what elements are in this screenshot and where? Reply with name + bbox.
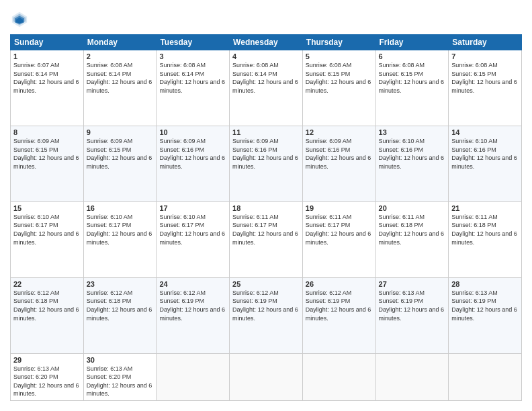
day-number: 11 bbox=[232, 128, 300, 136]
logo bbox=[10, 10, 32, 29]
calendar-cell bbox=[449, 353, 522, 400]
calendar-cell: 15 Sunrise: 6:10 AM Sunset: 6:17 PM Dayl… bbox=[11, 201, 84, 277]
day-info: Sunrise: 6:07 AM Sunset: 6:14 PM Dayligh… bbox=[13, 61, 81, 95]
calendar-header-thursday: Thursday bbox=[302, 35, 375, 50]
calendar-cell: 25 Sunrise: 6:12 AM Sunset: 6:19 PM Dayl… bbox=[230, 277, 303, 353]
day-number: 2 bbox=[87, 52, 154, 60]
calendar-header-tuesday: Tuesday bbox=[157, 35, 230, 50]
calendar-cell: 19 Sunrise: 6:11 AM Sunset: 6:17 PM Dayl… bbox=[302, 201, 375, 277]
calendar-cell: 4 Sunrise: 6:08 AM Sunset: 6:14 PM Dayli… bbox=[230, 50, 303, 126]
day-info: Sunrise: 6:12 AM Sunset: 6:19 PM Dayligh… bbox=[159, 289, 226, 322]
calendar-cell: 11 Sunrise: 6:09 AM Sunset: 6:16 PM Dayl… bbox=[230, 126, 303, 201]
day-number: 9 bbox=[87, 128, 154, 136]
day-number: 25 bbox=[232, 280, 300, 288]
day-number: 20 bbox=[379, 204, 446, 212]
day-info: Sunrise: 6:08 AM Sunset: 6:15 PM Dayligh… bbox=[379, 61, 446, 95]
calendar-cell bbox=[302, 353, 375, 400]
calendar-cell: 12 Sunrise: 6:09 AM Sunset: 6:16 PM Dayl… bbox=[302, 126, 375, 201]
day-number: 7 bbox=[451, 52, 519, 60]
day-number: 22 bbox=[13, 280, 81, 288]
day-number: 10 bbox=[159, 128, 226, 136]
day-number: 5 bbox=[306, 52, 373, 60]
calendar-cell: 10 Sunrise: 6:09 AM Sunset: 6:16 PM Dayl… bbox=[157, 126, 230, 201]
calendar-header-wednesday: Wednesday bbox=[230, 35, 303, 50]
calendar-cell: 14 Sunrise: 6:10 AM Sunset: 6:16 PM Dayl… bbox=[449, 126, 522, 201]
calendar-cell: 21 Sunrise: 6:11 AM Sunset: 6:18 PM Dayl… bbox=[449, 201, 522, 277]
day-number: 15 bbox=[13, 204, 81, 212]
logo-icon bbox=[10, 10, 29, 29]
header bbox=[10, 10, 522, 29]
day-number: 17 bbox=[159, 204, 226, 212]
calendar-cell: 17 Sunrise: 6:10 AM Sunset: 6:17 PM Dayl… bbox=[157, 201, 230, 277]
calendar-cell: 26 Sunrise: 6:12 AM Sunset: 6:19 PM Dayl… bbox=[302, 277, 375, 353]
day-info: Sunrise: 6:08 AM Sunset: 6:15 PM Dayligh… bbox=[306, 61, 373, 95]
calendar-header-friday: Friday bbox=[375, 35, 449, 50]
day-number: 6 bbox=[379, 52, 446, 60]
day-info: Sunrise: 6:13 AM Sunset: 6:19 PM Dayligh… bbox=[451, 289, 519, 322]
day-number: 8 bbox=[13, 128, 81, 136]
calendar-cell: 2 Sunrise: 6:08 AM Sunset: 6:14 PM Dayli… bbox=[83, 50, 157, 126]
calendar-cell: 13 Sunrise: 6:10 AM Sunset: 6:16 PM Dayl… bbox=[375, 126, 449, 201]
day-info: Sunrise: 6:10 AM Sunset: 6:17 PM Dayligh… bbox=[13, 213, 81, 246]
day-number: 16 bbox=[87, 204, 154, 212]
day-info: Sunrise: 6:09 AM Sunset: 6:16 PM Dayligh… bbox=[232, 137, 300, 171]
calendar-cell bbox=[157, 353, 230, 400]
calendar-cell: 22 Sunrise: 6:12 AM Sunset: 6:18 PM Dayl… bbox=[11, 277, 84, 353]
day-number: 26 bbox=[306, 280, 373, 288]
calendar-cell: 7 Sunrise: 6:08 AM Sunset: 6:15 PM Dayli… bbox=[449, 50, 522, 126]
calendar-cell: 20 Sunrise: 6:11 AM Sunset: 6:18 PM Dayl… bbox=[375, 201, 449, 277]
day-number: 27 bbox=[379, 280, 446, 288]
day-info: Sunrise: 6:12 AM Sunset: 6:19 PM Dayligh… bbox=[232, 289, 300, 322]
calendar-cell: 29 Sunrise: 6:13 AM Sunset: 6:20 PM Dayl… bbox=[11, 353, 84, 400]
day-number: 24 bbox=[159, 280, 226, 288]
day-info: Sunrise: 6:08 AM Sunset: 6:14 PM Dayligh… bbox=[232, 61, 300, 95]
day-number: 18 bbox=[232, 204, 300, 212]
day-number: 29 bbox=[13, 356, 81, 364]
day-number: 28 bbox=[451, 280, 519, 288]
day-info: Sunrise: 6:11 AM Sunset: 6:17 PM Dayligh… bbox=[306, 213, 373, 246]
calendar-cell bbox=[230, 353, 303, 400]
day-number: 1 bbox=[13, 52, 81, 60]
day-info: Sunrise: 6:10 AM Sunset: 6:17 PM Dayligh… bbox=[87, 213, 154, 246]
day-info: Sunrise: 6:09 AM Sunset: 6:15 PM Dayligh… bbox=[87, 137, 154, 171]
calendar-cell: 8 Sunrise: 6:09 AM Sunset: 6:15 PM Dayli… bbox=[11, 126, 84, 201]
day-number: 21 bbox=[451, 204, 519, 212]
day-number: 23 bbox=[87, 280, 154, 288]
day-info: Sunrise: 6:10 AM Sunset: 6:17 PM Dayligh… bbox=[159, 213, 226, 246]
day-number: 30 bbox=[87, 356, 154, 364]
day-info: Sunrise: 6:10 AM Sunset: 6:16 PM Dayligh… bbox=[451, 137, 519, 171]
page: SundayMondayTuesdayWednesdayThursdayFrid… bbox=[0, 0, 532, 411]
calendar-cell: 9 Sunrise: 6:09 AM Sunset: 6:15 PM Dayli… bbox=[83, 126, 157, 201]
calendar-header-sunday: Sunday bbox=[11, 35, 84, 50]
day-number: 19 bbox=[306, 204, 373, 212]
day-info: Sunrise: 6:11 AM Sunset: 6:18 PM Dayligh… bbox=[451, 213, 519, 246]
day-info: Sunrise: 6:12 AM Sunset: 6:18 PM Dayligh… bbox=[13, 289, 81, 322]
day-info: Sunrise: 6:09 AM Sunset: 6:16 PM Dayligh… bbox=[159, 137, 226, 171]
calendar-cell: 30 Sunrise: 6:13 AM Sunset: 6:20 PM Dayl… bbox=[83, 353, 157, 400]
day-info: Sunrise: 6:11 AM Sunset: 6:18 PM Dayligh… bbox=[379, 213, 446, 246]
calendar-header-saturday: Saturday bbox=[449, 35, 522, 50]
day-info: Sunrise: 6:08 AM Sunset: 6:15 PM Dayligh… bbox=[451, 61, 519, 95]
day-number: 13 bbox=[379, 128, 446, 136]
day-number: 12 bbox=[306, 128, 373, 136]
day-info: Sunrise: 6:11 AM Sunset: 6:17 PM Dayligh… bbox=[232, 213, 300, 246]
calendar-cell: 18 Sunrise: 6:11 AM Sunset: 6:17 PM Dayl… bbox=[230, 201, 303, 277]
day-info: Sunrise: 6:12 AM Sunset: 6:18 PM Dayligh… bbox=[87, 289, 154, 322]
day-info: Sunrise: 6:13 AM Sunset: 6:20 PM Dayligh… bbox=[87, 365, 154, 398]
day-number: 4 bbox=[232, 52, 300, 60]
day-info: Sunrise: 6:09 AM Sunset: 6:16 PM Dayligh… bbox=[306, 137, 373, 171]
calendar-cell: 3 Sunrise: 6:08 AM Sunset: 6:14 PM Dayli… bbox=[157, 50, 230, 126]
calendar-cell: 28 Sunrise: 6:13 AM Sunset: 6:19 PM Dayl… bbox=[449, 277, 522, 353]
day-number: 14 bbox=[451, 128, 519, 136]
day-info: Sunrise: 6:13 AM Sunset: 6:20 PM Dayligh… bbox=[13, 365, 81, 398]
day-info: Sunrise: 6:13 AM Sunset: 6:19 PM Dayligh… bbox=[379, 289, 446, 322]
calendar-cell: 27 Sunrise: 6:13 AM Sunset: 6:19 PM Dayl… bbox=[375, 277, 449, 353]
calendar-cell: 5 Sunrise: 6:08 AM Sunset: 6:15 PM Dayli… bbox=[302, 50, 375, 126]
day-info: Sunrise: 6:08 AM Sunset: 6:14 PM Dayligh… bbox=[87, 61, 154, 95]
calendar-table: SundayMondayTuesdayWednesdayThursdayFrid… bbox=[10, 34, 522, 401]
calendar-cell: 1 Sunrise: 6:07 AM Sunset: 6:14 PM Dayli… bbox=[11, 50, 84, 126]
day-info: Sunrise: 6:08 AM Sunset: 6:14 PM Dayligh… bbox=[159, 61, 226, 95]
calendar-cell: 16 Sunrise: 6:10 AM Sunset: 6:17 PM Dayl… bbox=[83, 201, 157, 277]
day-info: Sunrise: 6:10 AM Sunset: 6:16 PM Dayligh… bbox=[379, 137, 446, 171]
calendar-cell bbox=[375, 353, 449, 400]
